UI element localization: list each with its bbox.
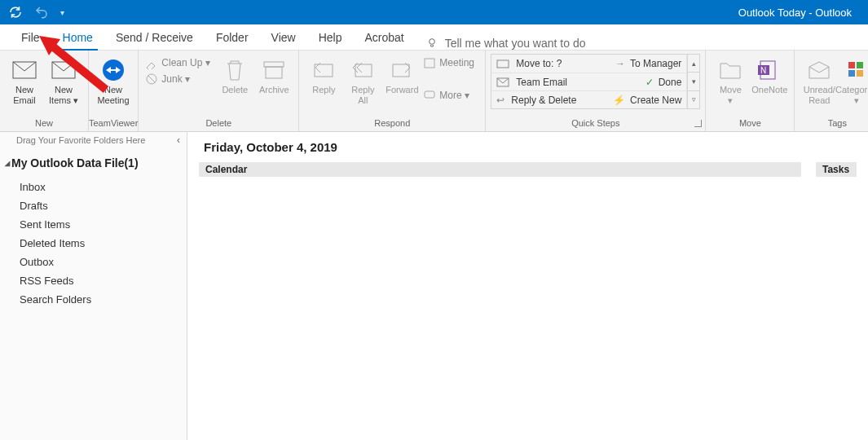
nav-deleted-items[interactable]: Deleted Items	[0, 234, 187, 253]
group-new: New Email New Items ▾ New	[0, 51, 89, 131]
onenote-button[interactable]: N OneNote	[750, 54, 789, 95]
archive-icon	[261, 57, 287, 83]
trash-icon	[222, 57, 248, 83]
meeting-label: Meeting	[439, 57, 474, 68]
delete-button[interactable]: Delete	[215, 54, 254, 95]
svg-rect-11	[425, 91, 434, 98]
reply-label: Reply	[312, 85, 335, 95]
qs-scroll-up[interactable]: ▴	[688, 55, 699, 72]
tab-file[interactable]: File	[10, 26, 51, 50]
group-quicksteps-label: Quick Steps	[486, 117, 705, 131]
qs-to-manager[interactable]: →To Manager	[615, 58, 681, 69]
qs-expand[interactable]: ▿	[688, 90, 699, 108]
today-date: Friday, October 4, 2019	[199, 139, 857, 162]
ribbon-tabs: File Home Send / Receive Folder View Hel…	[0, 24, 868, 51]
qs-create-new-label: Create New	[630, 95, 681, 106]
favorites-hint-label: Drag Your Favorite Folders Here	[16, 135, 145, 145]
quick-access-toolbar: ▾	[8, 5, 64, 20]
svg-rect-20	[857, 70, 863, 77]
chat-icon	[423, 89, 436, 102]
qs-move-to-label: Move to: ?	[516, 58, 562, 69]
tab-folder[interactable]: Folder	[205, 26, 260, 50]
new-items-button[interactable]: New Items ▾	[44, 54, 83, 106]
teamviewer-icon	[100, 57, 126, 83]
envelope-icon	[11, 57, 37, 83]
nav-outbox[interactable]: Outbox	[0, 253, 187, 271]
nav-sent-items[interactable]: Sent Items	[0, 215, 187, 234]
reply-all-label: Reply All	[351, 85, 374, 106]
title-bar: ▾ Outlook Today - Outlook	[0, 0, 868, 24]
outlook-today-view: Friday, October 4, 2019 Calendar Tasks	[187, 132, 868, 440]
tab-acrobat[interactable]: Acrobat	[353, 26, 415, 50]
tell-me-search[interactable]: Tell me what you want to do	[425, 37, 586, 50]
qs-gallery-controls: ▴ ▾ ▿	[687, 55, 699, 108]
move-button[interactable]: Move ▾	[711, 54, 750, 106]
undo-icon[interactable]	[34, 5, 49, 20]
new-meeting-button[interactable]: New Meeting	[94, 54, 133, 106]
unread-read-button[interactable]: Unread/ Read	[800, 54, 839, 106]
collapse-pane-icon[interactable]: ‹	[177, 134, 180, 146]
cleanup-label: Clean Up ▾	[161, 57, 209, 68]
nav-inbox[interactable]: Inbox	[0, 178, 187, 196]
tab-home[interactable]: Home	[51, 26, 104, 50]
tab-help[interactable]: Help	[307, 26, 354, 50]
tab-send-receive[interactable]: Send / Receive	[104, 26, 205, 50]
group-respond-label: Respond	[299, 117, 485, 131]
forward-label: Forward	[386, 85, 418, 95]
nav-rss-feeds[interactable]: RSS Feeds	[0, 271, 187, 290]
onenote-icon: N	[756, 57, 782, 83]
group-respond: Reply Reply All Forward Meeting More ▾ R…	[299, 51, 486, 131]
delete-label: Delete	[222, 85, 248, 95]
lightbulb-icon	[425, 37, 438, 50]
svg-rect-12	[497, 60, 509, 68]
calendar-icon	[423, 56, 436, 69]
tell-me-label: Tell me what you want to do	[445, 37, 586, 50]
new-items-label: New Items ▾	[49, 85, 78, 106]
svg-rect-5	[264, 62, 284, 67]
reply-all-button[interactable]: Reply All	[343, 54, 382, 106]
favorites-drop-hint[interactable]: Drag Your Favorite Folders Here ‹	[0, 132, 187, 148]
svg-rect-10	[425, 59, 434, 68]
sync-icon[interactable]	[8, 5, 23, 20]
ribbon: New Email New Items ▾ New New Meeting Te…	[0, 51, 868, 132]
forward-icon	[389, 57, 415, 83]
categorize-button[interactable]: Categori… ▾	[839, 54, 868, 106]
new-email-label: New Email	[13, 85, 36, 106]
more-respond-button[interactable]: More ▾	[421, 88, 480, 103]
new-email-button[interactable]: New Email	[5, 54, 44, 106]
qs-done[interactable]: ✓Done	[645, 77, 682, 88]
qs-scroll-down[interactable]: ▾	[688, 72, 699, 90]
calendar-section-header[interactable]: Calendar	[199, 162, 801, 177]
envelope-star-icon	[51, 57, 77, 83]
nav-account-header[interactable]: My Outlook Data File(1)	[0, 148, 187, 178]
svg-point-0	[429, 39, 434, 45]
group-delete-label: Delete	[139, 117, 298, 131]
svg-rect-6	[266, 67, 282, 78]
qs-move-to[interactable]: Move to: ? →To Manager	[491, 55, 686, 73]
junk-label: Junk ▾	[161, 73, 190, 85]
svg-rect-19	[848, 70, 855, 77]
svg-text:N: N	[760, 66, 766, 75]
folder-icon	[717, 57, 743, 83]
group-delete: Clean Up ▾ Junk ▾ Delete Archive Delete	[139, 51, 299, 131]
archive-button[interactable]: Archive	[254, 54, 293, 95]
qs-reply-delete[interactable]: ↩ Reply & Delete ⚡Create New	[491, 90, 686, 108]
tab-view[interactable]: View	[260, 26, 307, 50]
nav-drafts[interactable]: Drafts	[0, 196, 187, 215]
reply-button[interactable]: Reply	[304, 54, 343, 95]
reply-icon	[311, 57, 337, 83]
tasks-section-header[interactable]: Tasks	[816, 162, 857, 177]
qs-team-email[interactable]: Team Email ✓Done	[491, 73, 686, 90]
meeting-button[interactable]: Meeting	[421, 55, 480, 70]
qat-customize-icon[interactable]: ▾	[60, 8, 64, 17]
forward-button[interactable]: Forward	[382, 54, 421, 95]
qs-reply-delete-label: Reply & Delete	[511, 95, 576, 106]
group-move: Move ▾ N OneNote Move	[706, 51, 795, 131]
categories-icon	[844, 57, 868, 83]
junk-button[interactable]: Junk ▾	[143, 72, 215, 86]
broom-icon	[145, 56, 158, 69]
qs-create-new[interactable]: ⚡Create New	[613, 95, 681, 106]
clean-up-button[interactable]: Clean Up ▾	[143, 55, 215, 70]
nav-search-folders[interactable]: Search Folders	[0, 290, 187, 309]
window-title: Outlook Today - Outlook	[64, 7, 860, 19]
